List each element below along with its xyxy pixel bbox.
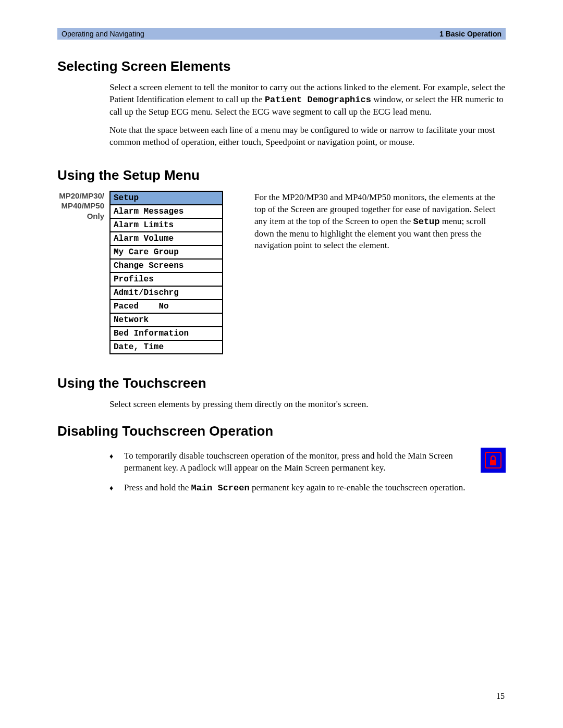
- svg-rect-1: [490, 460, 496, 465]
- setup-menu-item: Alarm Volume: [110, 232, 223, 245]
- code-patient-demographics: Patient Demographics: [265, 95, 371, 105]
- setup-menu-item: Date, Time: [110, 340, 223, 354]
- setup-menu-table: Setup Alarm Messages Alarm Limits Alarm …: [109, 191, 223, 354]
- paragraph-touchscreen: Select screen elements by pressing them …: [109, 399, 506, 411]
- setup-menu-item: Alarm Messages: [110, 205, 223, 218]
- heading-using-touchscreen: Using the Touchscreen: [57, 375, 506, 391]
- heading-selecting-screen-elements: Selecting Screen Elements: [57, 58, 506, 75]
- setup-menu-item-paced: Paced No: [110, 300, 223, 313]
- bullet-diamond-icon: ♦: [109, 482, 124, 493]
- page-header: Operating and Navigating 1 Basic Operati…: [57, 28, 506, 40]
- padlock-icon: [481, 448, 506, 473]
- code-setup: Setup: [413, 217, 440, 227]
- header-right: 1 Basic Operation: [439, 30, 501, 38]
- sidebar-model-note: MP20/MP30/MP40/MP50Only: [52, 191, 104, 221]
- bullet-reenable-touchscreen: ♦ Press and hold the Main Screen permane…: [109, 482, 506, 495]
- setup-menu-item: Change Screens: [110, 259, 223, 273]
- setup-menu-item: Alarm Limits: [110, 218, 223, 232]
- heading-using-setup-menu: Using the Setup Menu: [57, 167, 506, 183]
- bullet-disable-touchscreen: ♦ To temporarily disable touchscreen ope…: [109, 450, 506, 475]
- paragraph-menu-spacing: Note that the space between each line of…: [109, 125, 506, 149]
- setup-menu-item: My Care Group: [110, 245, 223, 259]
- paragraph-setup-description: For the MP20/MP30 and MP40/MP50 monitors…: [254, 191, 506, 252]
- setup-menu-item: Profiles: [110, 273, 223, 286]
- page-number: 15: [496, 692, 505, 701]
- paragraph-select-element: Select a screen element to tell the moni…: [109, 82, 506, 118]
- setup-menu-header: Setup: [110, 191, 223, 205]
- setup-menu-item: Admit/Dischrg: [110, 286, 223, 300]
- heading-disabling-touchscreen: Disabling Touchscreen Operation: [57, 423, 506, 439]
- header-left: Operating and Navigating: [62, 30, 144, 38]
- setup-menu-item: Network: [110, 313, 223, 327]
- bullet-diamond-icon: ♦: [109, 450, 124, 462]
- setup-menu-item: Bed Information: [110, 327, 223, 340]
- code-main-screen: Main Screen: [191, 483, 249, 493]
